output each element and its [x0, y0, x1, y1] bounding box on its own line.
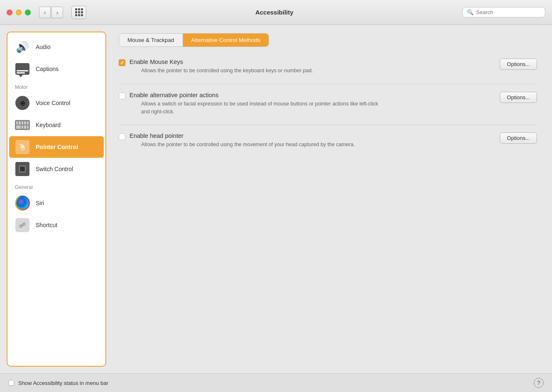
- captions-icon: [15, 61, 30, 76]
- alt-pointer-checkbox[interactable]: [119, 93, 125, 99]
- minimize-button[interactable]: [16, 10, 22, 15]
- sidebar-item-label: Keyboard: [36, 122, 61, 128]
- head-pointer-title: Enable head pointer: [129, 132, 493, 139]
- sidebar-item-label: Captions: [36, 66, 59, 72]
- grid-view-button[interactable]: [71, 6, 86, 19]
- mouse-keys-checkbox[interactable]: [119, 59, 125, 66]
- section-header-general: General: [7, 180, 105, 192]
- sidebar: 🔊 Audio Captions Motor ⊕: [7, 32, 106, 367]
- tab-bar: Mouse & Trackpad Alternative Control Met…: [119, 33, 269, 47]
- siri-icon: [15, 196, 30, 211]
- section-header-motor: Motor: [7, 80, 105, 92]
- search-input[interactable]: [476, 9, 538, 15]
- sidebar-item-siri[interactable]: Siri: [9, 192, 104, 214]
- voice-control-icon: ⊕: [15, 96, 30, 110]
- show-status-label: Show Accessibility status in menu bar: [18, 380, 108, 386]
- titlebar: ‹ › Accessibility 🔍: [0, 0, 552, 25]
- head-pointer-checkbox[interactable]: [119, 133, 125, 140]
- audio-icon: 🔊: [15, 39, 30, 54]
- bottom-bar: Show Accessibility status in menu bar ?: [0, 373, 552, 392]
- help-button[interactable]: ?: [534, 378, 544, 388]
- sidebar-item-captions[interactable]: Captions: [9, 58, 104, 80]
- sidebar-item-label: Switch Control: [36, 166, 73, 172]
- search-bar[interactable]: 🔍: [462, 7, 545, 17]
- tab-mouse-trackpad[interactable]: Mouse & Trackpad: [119, 34, 183, 47]
- sidebar-item-label: Siri: [36, 200, 44, 206]
- sidebar-item-switch-control[interactable]: Switch Control: [9, 158, 104, 180]
- sidebar-item-label: Pointer Control: [36, 144, 78, 150]
- sidebar-item-audio[interactable]: 🔊 Audio: [9, 36, 104, 58]
- alt-pointer-options-button[interactable]: Options...: [500, 92, 537, 103]
- alt-pointer-title: Enable alternative pointer actions: [129, 92, 493, 98]
- right-panel: Mouse & Trackpad Alternative Control Met…: [106, 32, 545, 367]
- tab-alternative-control[interactable]: Alternative Control Methods: [183, 34, 269, 47]
- shortcut-icon: ☍: [15, 218, 30, 233]
- show-status-checkbox[interactable]: [8, 380, 14, 386]
- sidebar-item-label: Audio: [36, 44, 51, 50]
- keyboard-icon: [15, 118, 30, 132]
- close-button[interactable]: [7, 10, 12, 15]
- sidebar-item-label: Voice Control: [36, 100, 70, 106]
- nav-buttons: ‹ ›: [39, 7, 63, 18]
- divider-1: [119, 84, 537, 84]
- back-button[interactable]: ‹: [39, 7, 51, 18]
- mouse-keys-title: Enable Mouse Keys: [129, 59, 493, 65]
- divider-2: [119, 125, 537, 125]
- search-icon: 🔍: [467, 9, 474, 15]
- grid-icon: [75, 8, 83, 16]
- mouse-keys-options-button[interactable]: Options...: [500, 59, 537, 70]
- sidebar-item-label: Shortcut: [36, 222, 57, 228]
- forward-button[interactable]: ›: [51, 7, 63, 18]
- main-content: 🔊 Audio Captions Motor ⊕: [0, 25, 552, 373]
- switch-control-icon: [15, 162, 30, 176]
- traffic-lights: [7, 10, 31, 15]
- sidebar-item-voice-control[interactable]: ⊕ Voice Control: [9, 92, 104, 114]
- maximize-button[interactable]: [25, 10, 31, 15]
- sidebar-item-shortcut[interactable]: ☍ Shortcut: [9, 214, 104, 236]
- sidebar-item-keyboard[interactable]: Keyboard: [9, 114, 104, 136]
- window-title: Accessibility: [91, 9, 457, 16]
- option-alt-pointer: Enable alternative pointer actions Allow…: [119, 92, 537, 116]
- head-pointer-desc: Allows the pointer to be controlled usin…: [141, 141, 382, 149]
- option-mouse-keys: Enable Mouse Keys Allows the pointer to …: [119, 59, 537, 75]
- pointer-control-icon: 🖱: [15, 140, 30, 154]
- mouse-keys-desc: Allows the pointer to be controlled usin…: [141, 67, 382, 75]
- option-head-pointer: Enable head pointer Allows the pointer t…: [119, 132, 537, 149]
- alt-pointer-desc: Allows a switch or facial expression to …: [141, 100, 382, 116]
- head-pointer-options-button[interactable]: Options...: [500, 132, 537, 144]
- sidebar-item-pointer-control[interactable]: 🖱 Pointer Control: [9, 136, 104, 158]
